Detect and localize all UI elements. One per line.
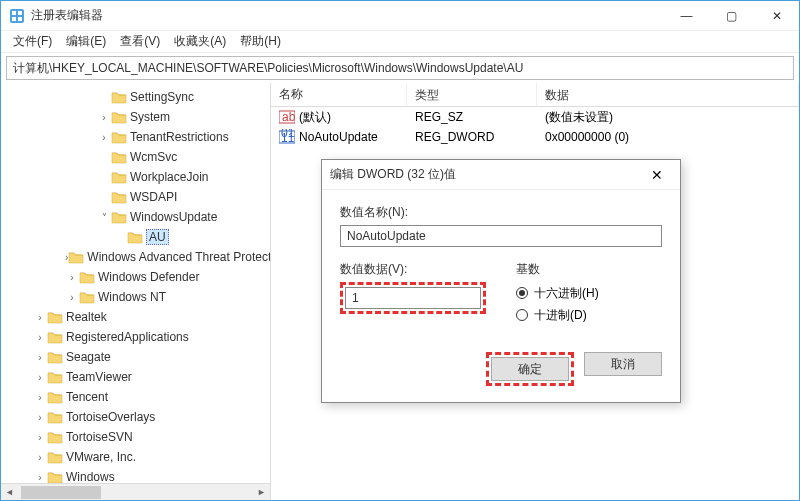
highlight-data-input [340,282,486,314]
tree-node[interactable]: ›Seagate [1,347,270,367]
radio-hex[interactable]: 十六进制(H) [516,282,662,304]
menubar: 文件(F) 编辑(E) 查看(V) 收藏夹(A) 帮助(H) [1,31,799,53]
tree-node[interactable]: ›System [1,107,270,127]
close-button[interactable]: ✕ [754,1,799,31]
tree-label: TeamViewer [66,370,132,384]
list-row[interactable]: 011110NoAutoUpdateREG_DWORD0x00000000 (0… [271,127,799,147]
expand-icon[interactable]: › [97,112,111,123]
svg-rect-1 [12,11,16,15]
menu-view[interactable]: 查看(V) [114,31,166,52]
scroll-right-icon[interactable]: ► [253,484,270,501]
menu-help[interactable]: 帮助(H) [234,31,287,52]
tree-node[interactable]: ›VMware, Inc. [1,447,270,467]
tree-node[interactable]: ›TortoiseSVN [1,427,270,447]
expand-icon[interactable]: › [33,332,47,343]
radio-icon [516,287,528,299]
tree-node[interactable]: ›Realtek [1,307,270,327]
menu-favorites[interactable]: 收藏夹(A) [168,31,232,52]
tree-node[interactable]: ›TortoiseOverlays [1,407,270,427]
value-data-input[interactable] [345,287,481,309]
value-name-input[interactable] [340,225,662,247]
tree-node[interactable]: AU [1,227,270,247]
tree-node[interactable]: WSDAPI [1,187,270,207]
tree-label: Windows Advanced Threat Protection [87,250,270,264]
col-data[interactable]: 数据 [537,83,799,106]
tree-node[interactable]: ˅WindowsUpdate [1,207,270,227]
tree-label: VMware, Inc. [66,450,136,464]
tree-label: TenantRestrictions [130,130,229,144]
tree-node[interactable]: ›TenantRestrictions [1,127,270,147]
cancel-button[interactable]: 取消 [584,352,662,376]
list-row[interactable]: ab(默认)REG_SZ(数值未设置) [271,107,799,127]
tree-label: Windows Defender [98,270,199,284]
radio-dec[interactable]: 十进制(D) [516,304,662,326]
tree-label: TortoiseSVN [66,430,133,444]
tree-label: Windows [66,470,115,484]
expand-icon[interactable]: › [33,372,47,383]
tree-node[interactable]: WorkplaceJoin [1,167,270,187]
expand-icon[interactable]: › [33,392,47,403]
dialog-titlebar: 编辑 DWORD (32 位)值 ✕ [322,160,680,190]
expand-icon[interactable]: › [33,432,47,443]
menu-edit[interactable]: 编辑(E) [60,31,112,52]
tree-node[interactable]: ›Windows Defender [1,267,270,287]
edit-dword-dialog: 编辑 DWORD (32 位)值 ✕ 数值名称(N): 数值数据(V): 基数 … [321,159,681,403]
expand-icon[interactable]: › [33,452,47,463]
tree-node[interactable]: ›Windows NT [1,287,270,307]
address-bar[interactable]: 计算机\HKEY_LOCAL_MACHINE\SOFTWARE\Policies… [6,56,794,80]
app-icon [9,8,25,24]
expand-icon[interactable]: › [33,352,47,363]
col-type[interactable]: 类型 [407,83,537,106]
expand-icon[interactable]: › [33,312,47,323]
radio-icon [516,309,528,321]
address-text: 计算机\HKEY_LOCAL_MACHINE\SOFTWARE\Policies… [13,60,523,77]
expand-icon[interactable]: › [65,272,79,283]
tree-node[interactable]: ›Tencent [1,387,270,407]
titlebar: 注册表编辑器 — ▢ ✕ [1,1,799,31]
tree-label: WorkplaceJoin [130,170,208,184]
tree-hscrollbar[interactable]: ◄ ► [1,483,270,500]
value-name: NoAutoUpdate [299,130,378,144]
value-data: (数值未设置) [537,108,799,127]
scroll-thumb[interactable] [21,486,101,499]
tree-label: RegisteredApplications [66,330,189,344]
tree-panel: SettingSync›System›TenantRestrictionsWcm… [1,83,271,500]
tree-label: TortoiseOverlays [66,410,155,424]
list-header: 名称 类型 数据 [271,83,799,107]
tree-node[interactable]: SettingSync [1,87,270,107]
maximize-button[interactable]: ▢ [709,1,754,31]
value-name-label: 数值名称(N): [340,204,662,221]
tree-node[interactable]: ›Windows Advanced Threat Protection [1,247,270,267]
expand-icon[interactable]: ˅ [97,212,111,223]
value-type: REG_DWORD [407,129,537,145]
dialog-title: 编辑 DWORD (32 位)值 [330,166,642,183]
window-title: 注册表编辑器 [31,7,664,24]
value-type: REG_SZ [407,109,537,125]
tree-node[interactable]: WcmSvc [1,147,270,167]
value-name: (默认) [299,109,331,126]
tree-label: SettingSync [130,90,194,104]
ok-button[interactable]: 确定 [491,357,569,381]
dialog-close-icon[interactable]: ✕ [642,167,672,183]
tree-label: AU [146,229,169,245]
tree-node[interactable]: ›RegisteredApplications [1,327,270,347]
minimize-button[interactable]: — [664,1,709,31]
menu-file[interactable]: 文件(F) [7,31,58,52]
tree-label: Tencent [66,390,108,404]
radio-hex-label: 十六进制(H) [534,285,599,302]
expand-icon[interactable]: › [97,132,111,143]
expand-icon[interactable]: › [33,472,47,483]
tree-label: Realtek [66,310,107,324]
tree-label: WindowsUpdate [130,210,217,224]
col-name[interactable]: 名称 [271,83,407,106]
scroll-left-icon[interactable]: ◄ [1,484,18,501]
svg-text:110: 110 [281,131,295,145]
value-data: 0x00000000 (0) [537,129,799,145]
tree-label: WcmSvc [130,150,177,164]
highlight-ok-button: 确定 [486,352,574,386]
tree-label: System [130,110,170,124]
expand-icon[interactable]: › [65,292,79,303]
expand-icon[interactable]: › [33,412,47,423]
tree-node[interactable]: ›TeamViewer [1,367,270,387]
tree-scroll[interactable]: SettingSync›System›TenantRestrictionsWcm… [1,87,270,500]
